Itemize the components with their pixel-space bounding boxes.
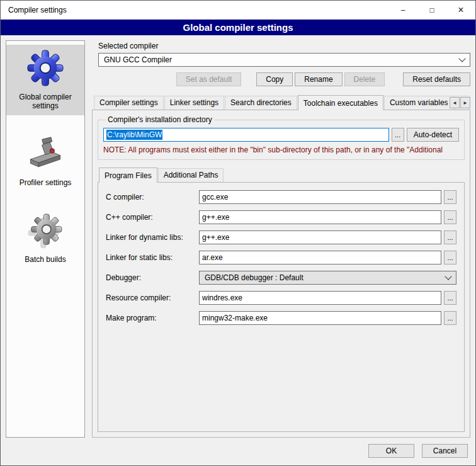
static-linker-browse-button[interactable]: ...	[444, 251, 456, 264]
selected-compiler-label: Selected compiler	[98, 42, 470, 50]
static-linker-input[interactable]	[199, 251, 441, 264]
gear-gray-icon	[26, 211, 65, 250]
compiler-settings-dialog: Compiler settings – □ × Global compiler …	[0, 0, 476, 466]
dynamic-linker-browse-button[interactable]: ...	[444, 230, 456, 244]
chevron-down-icon	[445, 273, 451, 280]
make-program-row: Make program: ...	[106, 311, 456, 325]
static-linker-label: Linker for static libs:	[106, 253, 199, 262]
sidebar-item-label: Batch builds	[25, 255, 65, 264]
gear-blue-icon	[26, 48, 65, 88]
debugger-value: GDB/CDB debugger : Default	[205, 273, 446, 282]
main-panel: Selected compiler GNU GCC Compiler Set a…	[92, 40, 470, 438]
dynamic-linker-input[interactable]	[199, 230, 441, 244]
make-program-browse-button[interactable]: ...	[444, 311, 456, 325]
resource-compiler-row: Resource compiler: ...	[106, 291, 456, 305]
main-tabstrip: Compiler settings Linker settings Search…	[92, 94, 470, 110]
selected-compiler-dropdown[interactable]: GNU GCC Compiler	[98, 53, 470, 67]
sidebar-item-batch-builds[interactable]: Batch builds	[6, 207, 84, 269]
c-compiler-label: C compiler:	[106, 193, 199, 202]
close-button[interactable]: ×	[446, 1, 475, 20]
installation-directory-legend: Compiler's installation directory	[106, 115, 214, 124]
installation-directory-input[interactable]: C:\raylib\MinGW	[103, 128, 389, 142]
titlebar[interactable]: Compiler settings – □ ×	[1, 1, 475, 20]
sidebar-item-global-compiler-settings[interactable]: Global compiler settings	[6, 45, 84, 115]
dynamic-linker-row: Linker for dynamic libs: ...	[106, 230, 456, 244]
subtab-additional-paths[interactable]: Additional Paths	[158, 168, 224, 182]
reset-defaults-button[interactable]: Reset defaults	[403, 72, 470, 86]
profiler-tool-icon	[26, 134, 65, 173]
make-program-input[interactable]	[199, 311, 441, 325]
selected-compiler-section: Selected compiler GNU GCC Compiler	[92, 40, 470, 67]
sidebar-item-profiler-settings[interactable]: Profiler settings	[6, 130, 84, 192]
c-compiler-row: C compiler: ...	[106, 190, 456, 204]
compiler-buttons-row: Set as default Copy Rename Delete Reset …	[92, 72, 470, 86]
tab-linker-settings[interactable]: Linker settings	[164, 96, 224, 110]
sub-tabstrip: Program Files Additional Paths	[98, 166, 465, 182]
page-title: Global compiler settings	[1, 20, 475, 35]
c-compiler-browse-button[interactable]: ...	[444, 190, 456, 204]
selected-compiler-value: GNU GCC Compiler	[104, 55, 460, 64]
tab-scroll-left-icon[interactable]: ◄	[450, 97, 460, 108]
tab-custom-variables[interactable]: Custom variables	[384, 96, 454, 110]
sidebar-item-label: Profiler settings	[20, 178, 72, 187]
ok-button[interactable]: OK	[368, 444, 414, 458]
dynamic-linker-label: Linker for dynamic libs:	[106, 233, 199, 242]
toolchain-executables-panel: Compiler's installation directory C:\ray…	[92, 110, 470, 438]
resource-compiler-label: Resource compiler:	[106, 293, 199, 302]
installation-directory-value: C:\raylib\MinGW	[106, 130, 162, 140]
auto-detect-button[interactable]: Auto-detect	[407, 128, 459, 142]
tab-scrollers: ◄ ►	[448, 97, 470, 108]
installation-directory-row: C:\raylib\MinGW ... Auto-detect	[103, 128, 459, 142]
resource-compiler-browse-button[interactable]: ...	[444, 291, 456, 305]
cancel-button[interactable]: Cancel	[422, 444, 468, 458]
set-as-default-button[interactable]: Set as default	[176, 72, 241, 86]
tab-search-directories[interactable]: Search directories	[225, 96, 297, 110]
installation-directory-browse-button[interactable]: ...	[392, 128, 404, 142]
tab-scroll-right-icon[interactable]: ►	[460, 97, 470, 108]
debugger-row: Debugger: GDB/CDB debugger : Default	[106, 271, 456, 285]
c-compiler-input[interactable]	[199, 190, 441, 204]
installation-directory-group: Compiler's installation directory C:\ray…	[98, 115, 465, 160]
resource-compiler-input[interactable]	[199, 291, 441, 305]
maximize-button[interactable]: □	[417, 1, 446, 20]
dialog-footer: OK Cancel	[1, 441, 475, 465]
cpp-compiler-input[interactable]	[199, 210, 441, 224]
window-title: Compiler settings	[1, 6, 388, 14]
dialog-content: Global compiler settings Profiler settin…	[1, 35, 475, 441]
note-text: NOTE: All programs must exist either in …	[103, 145, 459, 154]
debugger-label: Debugger:	[106, 273, 199, 282]
cpp-compiler-label: C++ compiler:	[106, 213, 199, 222]
rename-button[interactable]: Rename	[295, 72, 342, 86]
minimize-button[interactable]: –	[388, 1, 417, 20]
subtab-program-files[interactable]: Program Files	[99, 168, 157, 183]
tab-compiler-settings[interactable]: Compiler settings	[94, 96, 164, 110]
sidebar-item-label: Global compiler settings	[9, 93, 82, 110]
settings-sidebar: Global compiler settings Profiler settin…	[6, 40, 85, 438]
cpp-compiler-browse-button[interactable]: ...	[444, 210, 456, 224]
static-linker-row: Linker for static libs: ...	[106, 251, 456, 264]
chevron-down-icon	[458, 55, 465, 62]
debugger-dropdown[interactable]: GDB/CDB debugger : Default	[199, 271, 456, 285]
delete-button[interactable]: Delete	[344, 72, 385, 86]
make-program-label: Make program:	[106, 314, 199, 322]
cpp-compiler-row: C++ compiler: ...	[106, 210, 456, 224]
copy-button[interactable]: Copy	[256, 72, 293, 86]
tab-toolchain-executables[interactable]: Toolchain executables	[298, 95, 383, 110]
program-files-panel: C compiler: ... C++ compiler: ... Linker…	[98, 182, 465, 432]
